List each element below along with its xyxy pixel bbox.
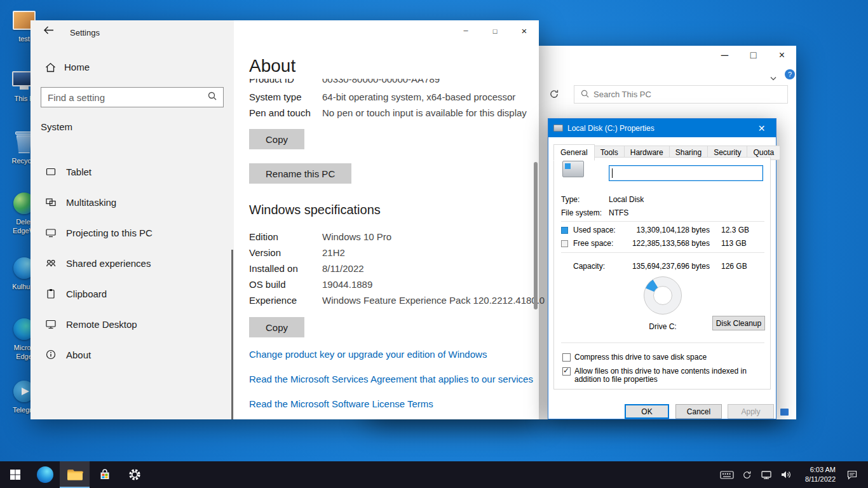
spec-label: Edition	[249, 231, 322, 243]
disk-usage-donut-chart	[639, 271, 687, 320]
compress-checkbox[interactable]	[562, 353, 571, 362]
tablet-icon	[46, 166, 56, 177]
spec-value: 00330-80000-00000-AA789	[322, 79, 440, 86]
tray-network-button[interactable]	[759, 465, 773, 484]
cancel-button[interactable]: Cancel	[675, 404, 722, 419]
page-title: About	[249, 56, 295, 76]
sidebar-item-label: About	[66, 349, 91, 360]
sidebar-item-label: Projecting to this PC	[66, 227, 153, 238]
maximize-icon: □	[493, 27, 498, 35]
ok-button[interactable]: OK	[625, 404, 669, 419]
action-center-button[interactable]	[841, 465, 863, 484]
minimize-icon: ─	[463, 27, 468, 34]
change-product-key-link[interactable]: Change product key or upgrade your editi…	[249, 349, 487, 360]
search-icon	[208, 92, 217, 103]
drive-label: Drive C:	[639, 322, 687, 331]
sidebar-item-shared-experiences[interactable]: Shared experiences	[31, 248, 234, 278]
settings-sidebar: Settings Home System Tablet Multita	[31, 20, 234, 419]
content-scrollbar[interactable]	[534, 162, 538, 309]
rename-pc-button[interactable]: Rename this PC	[249, 163, 351, 184]
used-space-row: Used space: 13,309,104,128 bytes 12.3 GB	[561, 226, 766, 234]
space-bytes: 13,309,104,128 bytes	[618, 226, 710, 234]
sidebar-item-about[interactable]: About	[31, 339, 234, 370]
checkbox-label: Compress this drive to save disk space	[574, 353, 707, 362]
settings-search-input[interactable]	[41, 92, 208, 103]
home-label: Home	[64, 62, 90, 72]
settings-window: Settings Home System Tablet Multita	[31, 20, 539, 419]
spec-label: System type	[249, 92, 322, 103]
disk-properties-dialog: Local Disk (C:) Properties ✕ General Too…	[548, 118, 776, 419]
sidebar-scrollbar[interactable]	[231, 250, 233, 419]
tab-general[interactable]: General	[553, 144, 595, 161]
sidebar-item-projecting[interactable]: Projecting to this PC	[31, 217, 234, 248]
taskbar-clock[interactable]: 6:03 AM 8/11/2022	[799, 465, 836, 484]
taskbar-settings-button[interactable]	[119, 461, 149, 488]
clock-date: 8/11/2022	[799, 475, 836, 484]
dialog-titlebar: Local Disk (C:) Properties ✕	[548, 119, 776, 137]
divider	[561, 221, 764, 222]
minimize-button[interactable]: ─	[710, 46, 739, 65]
tray-sync-button[interactable]	[740, 465, 754, 484]
ribbon-collapse-button[interactable]	[770, 72, 776, 83]
sidebar-item-multitasking[interactable]: Multitasking	[31, 187, 234, 217]
edge-icon	[37, 466, 53, 483]
volume-label-input[interactable]	[609, 165, 763, 181]
refresh-button[interactable]	[549, 89, 559, 102]
index-checkbox[interactable]: ✓	[562, 367, 571, 376]
index-checkbox-row: ✓ Allow files on this drive to have cont…	[562, 367, 764, 384]
space-bytes: 122,385,133,568 bytes	[618, 239, 710, 248]
services-agreement-link[interactable]: Read the Microsoft Services Agreement th…	[249, 374, 533, 384]
chevron-down-icon	[770, 76, 776, 81]
minimize-button[interactable]: ─	[451, 20, 480, 41]
spec-value: 8/11/2022	[322, 263, 364, 274]
info-row: File system: NTFS	[561, 208, 628, 217]
taskbar-edge-button[interactable]	[30, 461, 60, 488]
section-title: Windows specifications	[249, 203, 381, 217]
statusbar-view-icon[interactable]	[780, 409, 789, 416]
sidebar-item-clipboard[interactable]: Clipboard	[31, 278, 234, 309]
tray-volume-button[interactable]	[779, 465, 793, 484]
space-size: 113 GB	[721, 239, 766, 248]
help-button[interactable]: ?	[785, 69, 795, 79]
start-button[interactable]	[0, 461, 30, 488]
sidebar-item-tablet[interactable]: Tablet	[31, 156, 234, 187]
sidebar-item-home[interactable]: Home	[45, 62, 90, 72]
space-size: 12.3 GB	[721, 226, 766, 234]
settings-window-controls: ─ □ ×	[451, 20, 539, 41]
copy-button-2[interactable]: Copy	[249, 317, 304, 337]
spec-row: Experience Windows Feature Experience Pa…	[249, 295, 545, 306]
close-icon: ×	[779, 50, 785, 61]
windows-logo-icon	[10, 470, 20, 480]
system-tray: 6:03 AM 8/11/2022	[720, 461, 868, 488]
back-button[interactable]	[43, 25, 54, 37]
close-button[interactable]: ✕	[747, 119, 776, 137]
disk-cleanup-button[interactable]: Disk Cleanup	[712, 316, 765, 330]
taskbar-store-button[interactable]	[90, 461, 119, 488]
explorer-window-controls: ─ □ ×	[710, 46, 796, 65]
compress-checkbox-row: Compress this drive to save disk space	[562, 353, 707, 362]
sidebar-item-label: Remote Desktop	[66, 319, 137, 330]
divider	[561, 342, 764, 343]
explorer-search-input[interactable]	[593, 90, 787, 99]
software-license-link[interactable]: Read the Microsoft Software License Term…	[249, 398, 433, 409]
spec-value: No pen or touch input is available for t…	[322, 107, 527, 119]
close-button[interactable]: ×	[768, 46, 796, 65]
used-space-color-chip	[561, 227, 568, 234]
sidebar-item-remote-desktop[interactable]: Remote Desktop	[31, 309, 234, 339]
spec-value: 64-bit operating system, x64-based proce…	[322, 92, 515, 103]
maximize-button[interactable]: □	[739, 46, 768, 65]
close-button[interactable]: ×	[510, 20, 539, 41]
shared-experiences-icon	[46, 258, 56, 268]
maximize-icon: □	[750, 50, 757, 61]
touch-keyboard-button[interactable]	[720, 465, 734, 484]
space-bytes: 135,694,237,696 bytes	[618, 262, 710, 271]
apply-button[interactable]: Apply	[728, 404, 774, 419]
copy-button[interactable]: Copy	[249, 129, 304, 149]
taskbar-file-explorer-button[interactable]	[60, 461, 90, 488]
checkmark-icon: ✓	[563, 367, 569, 375]
spec-row: Pen and touch No pen or touch input is a…	[249, 107, 527, 119]
taskbar: 6:03 AM 8/11/2022	[0, 461, 868, 488]
info-value: NTFS	[609, 208, 628, 217]
text-caret	[612, 168, 613, 178]
maximize-button[interactable]: □	[480, 20, 510, 41]
